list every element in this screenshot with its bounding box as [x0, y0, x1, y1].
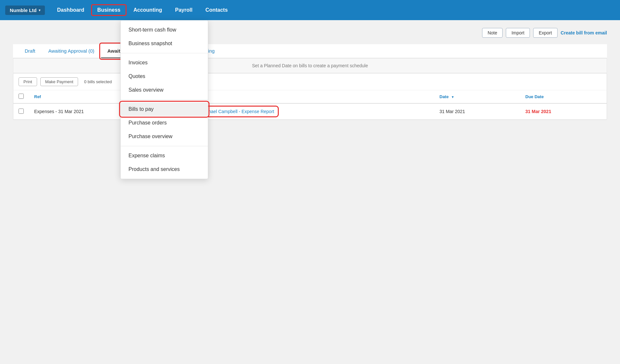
create-bill-from-email-button[interactable]: Create bill from email — [561, 30, 607, 35]
bills-table: Ref To Date ▼ Due Date — [13, 90, 607, 120]
brand-logo[interactable]: Numble Ltd ▾ — [5, 6, 45, 15]
selected-count: 0 bills selected — [84, 79, 112, 84]
dropdown-item-short-term-cash-flow[interactable]: Short-term cash flow — [121, 23, 208, 37]
dropdown-item-sales-overview[interactable]: Sales overview — [121, 83, 208, 97]
navbar: Numble Ltd ▾ Dashboard Business Accounti… — [0, 0, 620, 20]
nav-items: Dashboard Business Accounting Payroll Co… — [51, 5, 234, 16]
info-bar-text: Set a Planned Date on bills to create a … — [252, 63, 368, 68]
dropdown-item-purchase-overview[interactable]: Purchase overview — [121, 130, 208, 143]
table-toolbar: Print Make Payment 0 bills selected — [13, 73, 607, 90]
row-checkbox[interactable] — [19, 109, 24, 114]
dropdown-section-1: Short-term cash flow Business snapshot — [121, 20, 208, 53]
page-content: Note Import Export Create bill from emai… — [0, 20, 620, 364]
export-button[interactable]: Export — [533, 28, 557, 38]
dropdown-section-3: Bills to pay Purchase orders Purchase ov… — [121, 100, 208, 146]
col-date[interactable]: Date ▼ — [434, 90, 520, 103]
dropdown-item-products-and-services[interactable]: Products and services — [121, 162, 208, 176]
dropdown-item-quotes[interactable]: Quotes — [121, 70, 208, 83]
nav-item-dashboard[interactable]: Dashboard — [51, 5, 90, 16]
dropdown-item-business-snapshot[interactable]: Business snapshot — [121, 37, 208, 50]
row-to-cell: ...arch 202 Michael Campbell - Expense R… — [172, 103, 435, 120]
import-button[interactable]: Import — [506, 28, 530, 38]
nav-item-payroll[interactable]: Payroll — [169, 5, 198, 16]
tab-awaiting-approval[interactable]: Awaiting Approval (0) — [42, 44, 101, 58]
nav-item-business[interactable]: Business — [91, 5, 126, 16]
row-to-link[interactable]: Michael Campbell - Expense Report — [201, 109, 274, 114]
nav-item-contacts[interactable]: Contacts — [200, 5, 234, 16]
dropdown-item-invoices[interactable]: Invoices — [121, 56, 208, 70]
page-toolbar: Note Import Export Create bill from emai… — [13, 28, 607, 38]
col-to: To — [172, 90, 435, 103]
brand-name: Numble Ltd — [10, 7, 37, 13]
dropdown-section-2: Invoices Quotes Sales overview — [121, 53, 208, 100]
dropdown-section-4: Expense claims Products and services — [121, 146, 208, 179]
brand-chevron: ▾ — [39, 8, 40, 12]
col-due-date: Due Date — [520, 90, 607, 103]
dropdown-item-bills-to-pay[interactable]: Bills to pay — [121, 102, 208, 116]
select-all-checkbox[interactable] — [19, 94, 24, 99]
table-row: Expenses - 31 Mar 2021 ...arch 202 Micha… — [13, 103, 607, 120]
row-due-date-cell: 31 Mar 2021 — [520, 103, 607, 120]
bills-table-section: Print Make Payment 0 bills selected Ref … — [13, 73, 607, 120]
row-checkbox-cell — [13, 103, 29, 120]
nav-item-accounting[interactable]: Accounting — [128, 5, 168, 16]
info-bar: Set a Planned Date on bills to create a … — [13, 58, 607, 73]
col-checkbox — [13, 90, 29, 103]
business-dropdown-menu: Short-term cash flow Business snapshot I… — [120, 20, 208, 179]
table-header-row: Ref To Date ▼ Due Date — [13, 90, 607, 103]
make-payment-button[interactable]: Make Payment — [40, 77, 78, 86]
tabs-bar: Draft Awaiting Approval (0) Awaiting Pay… — [13, 44, 607, 58]
row-date-cell: 31 Mar 2021 — [434, 103, 520, 120]
print-button[interactable]: Print — [19, 77, 37, 86]
tab-draft[interactable]: Draft — [18, 44, 42, 58]
note-button[interactable]: Note — [482, 28, 503, 38]
dropdown-item-expense-claims[interactable]: Expense claims — [121, 149, 208, 162]
date-sort-arrow: ▼ — [451, 95, 454, 99]
dropdown-item-purchase-orders[interactable]: Purchase orders — [121, 116, 208, 130]
